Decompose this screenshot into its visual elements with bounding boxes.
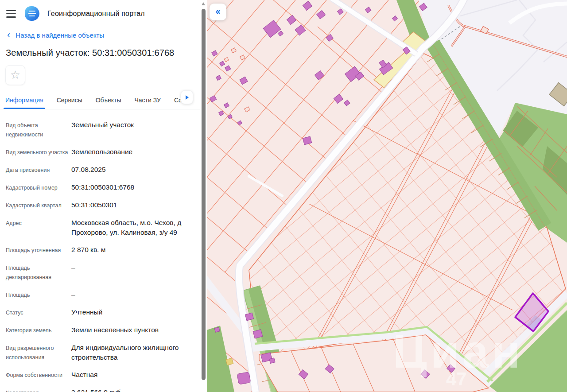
attribute-label: Кадастровый номер xyxy=(6,182,71,193)
watermark-number: 47 xyxy=(446,369,467,389)
tab-services[interactable]: Сервисы xyxy=(57,92,82,109)
attribute-row: Категория земельЗемли населенных пунктов xyxy=(6,325,194,335)
attribute-value: Земли населенных пунктов xyxy=(71,325,194,335)
cadastral-map-svg: Циан 47 xyxy=(207,0,567,392)
tab-parts[interactable]: Части ЗУ xyxy=(134,92,160,109)
attribute-label: Кадастровая xyxy=(6,388,71,392)
panel-header: Геоинформационный портал xyxy=(0,0,200,25)
attribute-row: Кадастровый номер50:31:0050301:6768 xyxy=(6,182,194,193)
scrollbar-thumb[interactable] xyxy=(202,9,206,380)
info-panel: Геоинформационный портал ‹ Назад в найде… xyxy=(0,0,200,392)
attribute-label: Форма собственности xyxy=(6,370,71,380)
tabs-scroll-right-button[interactable] xyxy=(181,90,193,104)
tab-objects[interactable]: Объекты xyxy=(96,92,121,109)
attribute-value: Земельный участок xyxy=(71,120,194,140)
app-title: Геоинформационный портал xyxy=(47,10,145,18)
attribute-label: Кадастровый квартал xyxy=(6,200,71,210)
attribute-label: Адрес xyxy=(6,218,71,237)
attribute-label: Площадь декларированная xyxy=(6,263,71,282)
panel-scrollbar[interactable] xyxy=(200,0,207,392)
menu-icon[interactable] xyxy=(6,10,17,18)
attribute-value: Учтенный xyxy=(71,307,194,318)
attribute-label: Вид объекта недвижимости xyxy=(6,120,71,140)
attribute-value: – xyxy=(71,290,194,300)
attribute-row: Вид разрешенного использованияДля индиви… xyxy=(6,343,194,362)
attribute-row: Площадь уточненная2 870 кв. м xyxy=(6,245,194,255)
attribute-value: Для индивидуального жилищного строительс… xyxy=(71,343,194,362)
page-title: Земельный участок: 50:31:0050301:6768 xyxy=(0,39,200,58)
attribute-label: Площадь уточненная xyxy=(6,245,71,255)
attribute-value: Землепользование xyxy=(71,147,194,157)
attribute-label: Вид земельного участка xyxy=(6,147,71,157)
attribute-row: СтатусУчтенный xyxy=(6,307,194,318)
attribute-label: Дата присвоения xyxy=(6,165,71,175)
attribute-label: Категория земель xyxy=(6,325,71,335)
attribute-value: Московская область, м.о. Чехов, д Прохор… xyxy=(71,218,194,237)
attribute-row: Форма собственностиЧастная xyxy=(6,370,194,380)
attribute-row: Дата присвоения07.08.2025 xyxy=(6,165,194,175)
cadastral-map[interactable]: « xyxy=(207,0,567,392)
star-icon: ☆ xyxy=(10,69,20,81)
attribute-value: 50:31:0050301 xyxy=(71,200,194,210)
attribute-value: 3 621 566,9 руб. xyxy=(71,388,194,392)
attribute-row: Вид объекта недвижимостиЗемельный участо… xyxy=(6,120,194,140)
attribute-value: Частная xyxy=(71,370,194,380)
attribute-label: Площадь xyxy=(6,290,71,300)
chevron-left-icon: ‹ xyxy=(7,31,10,39)
attribute-row: Кадастровая3 621 566,9 руб. xyxy=(6,388,194,392)
geoportal-app: Геоинформационный портал ‹ Назад в найде… xyxy=(0,0,567,392)
attribute-value: 07.08.2025 xyxy=(71,165,194,175)
attribute-row: Кадастровый квартал50:31:0050301 xyxy=(6,200,194,210)
attribute-value: 50:31:0050301:6768 xyxy=(71,182,194,193)
scroll-up-icon[interactable] xyxy=(202,2,205,5)
attribute-label: Статус xyxy=(6,307,71,318)
tab-bar: Информация Сервисы Объекты Части ЗУ Сост… xyxy=(0,92,200,109)
attribute-row: Площадь– xyxy=(6,290,194,300)
attribute-label: Вид разрешенного использования xyxy=(6,343,71,362)
back-link-label: Назад в найденные объекты xyxy=(16,31,104,39)
arrow-right-icon xyxy=(186,95,189,100)
back-link[interactable]: ‹ Назад в найденные объекты xyxy=(0,25,200,39)
attribute-value: 2 870 кв. м xyxy=(71,245,194,255)
attributes-list: Вид объекта недвижимостиЗемельный участо… xyxy=(0,109,200,392)
double-chevron-left-icon: « xyxy=(215,7,220,16)
collapse-panel-button[interactable]: « xyxy=(210,4,226,20)
portal-logo-icon xyxy=(25,6,39,21)
attribute-value: – xyxy=(71,263,194,282)
attribute-row: АдресМосковская область, м.о. Чехов, д П… xyxy=(6,218,194,237)
attribute-row: Вид земельного участкаЗемлепользование xyxy=(6,147,194,157)
tab-information[interactable]: Информация xyxy=(5,92,43,109)
attribute-row: Площадь декларированная– xyxy=(6,263,194,282)
favorite-button[interactable]: ☆ xyxy=(5,65,25,85)
